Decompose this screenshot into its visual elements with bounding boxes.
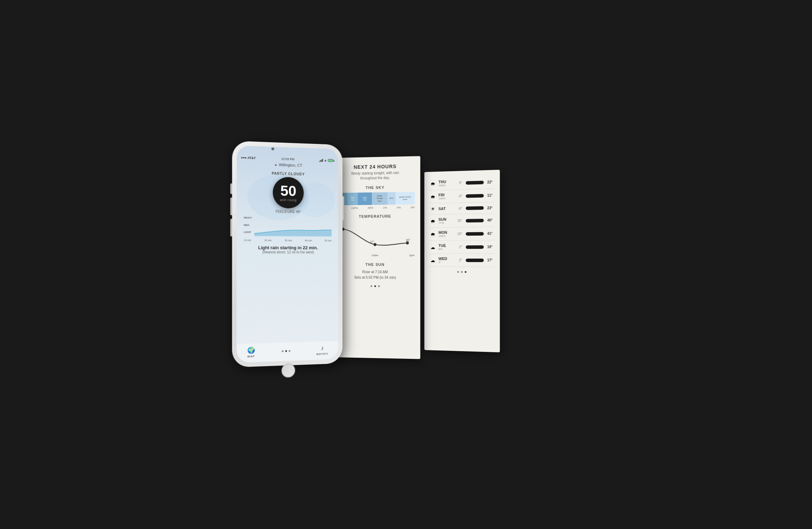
wed-day: WED [438,257,452,261]
panel3-dot-1[interactable] [457,271,459,273]
panel3-dot-3[interactable] [464,271,466,273]
wed-chance: 2° [438,261,452,264]
sun-section: THE SUN Rose at 7:16 AM Sets at 5:02 PM … [336,262,414,281]
temp-section-title: TEMPERATURE [336,214,414,219]
panel-weekly: 🌧 THU 100% 9° 22° 🌧 FRI 100% -4° 11° ☀ S… [424,170,500,353]
home-button-wrapper [236,359,338,382]
fri-high: 11° [487,193,495,198]
sun-bar [465,219,483,223]
nav-map[interactable]: 🌍 MAP [247,346,255,358]
sat-bar [465,206,483,210]
sun-low: 16° [454,219,462,223]
sky-8am: 8am [387,192,395,205]
wifi-icon: ▲ [324,158,327,162]
sun-weather-icon: 🌧 [429,218,436,224]
forecast-row-sun: 🌧 SUN 77% 16° 40° [429,214,495,228]
forecast-row-fri: 🌧 FRI 100% -4° 11° [429,189,495,203]
globe-icon: 🌍 [247,346,255,354]
svg-text:27°: 27° [370,240,374,244]
thu-bar [465,181,483,184]
location-label: Willington, CT [279,163,302,167]
forecast-row-sat: ☀ SAT -6° 23° [429,202,495,215]
side-button-vol-up[interactable] [230,198,232,215]
panel2-subtitle: Windy starting tonight, with rainthrough… [336,170,414,181]
panel2-dot-1[interactable] [370,285,372,287]
temp-label-2pm: 2pm [409,254,414,257]
forecast-row-tue: ☁ TUE 8% 2° 10° [429,240,495,254]
panel2-dot-2[interactable] [374,285,376,287]
weather-main: PARTLY CLOUDY 50 and rising FEELS LIKE 4… [236,167,338,217]
side-button-vol-down[interactable] [230,219,232,236]
sky-pct-6: 0% [410,206,414,209]
mon-low: 10° [454,232,462,236]
forecast-text: Light rain starting in 22 min. (Nearest … [236,241,338,255]
mon-day: MON [438,230,452,234]
sky-pct-2: 100% [351,207,358,210]
temperature-sub: and rising [280,198,297,202]
phone-wrapper: ●●● AT&T 12:03 PM ▲ [232,141,342,367]
temperature-circle: 50 and rising [273,177,304,209]
thu-day: THU [438,180,452,184]
sky-section-title: THE SKY [336,185,414,190]
wed-weather-icon: ☁ [429,258,436,263]
wed-low: 2° [454,258,462,262]
sun-rise: Rose at 7:16 AM [336,269,414,275]
panel3-dots [429,271,495,273]
home-button[interactable] [281,363,295,378]
sky-pct-3: 49% [367,206,373,209]
side-button-power[interactable] [342,196,344,220]
rain-graph-svg [254,216,331,237]
dot-2[interactable] [285,350,287,352]
thu-chance: 100% [438,184,452,187]
tue-high: 10° [487,245,495,249]
temp-label-10am: 10am [372,254,378,257]
rain-med-label: MED [244,224,252,226]
temp-labels-bottom: 5pm 10am 2pm [336,254,414,257]
tue-day: TUE [438,243,452,248]
wed-bar [465,258,483,262]
svg-text:30°: 30° [406,239,410,242]
sky-pct-4: 1% [383,206,387,209]
sun-day: SUN [438,217,452,221]
sat-low: -6° [454,206,462,210]
sun-set: Sets at 5:02 PM (in 34 min) [336,275,414,281]
temperature-number: 50 [280,183,296,198]
forecast-row-wed: ☁ WED 2° 2° 17° [429,254,495,267]
mon-chance: 100% [438,234,452,237]
status-right-icons: ▲ [319,158,334,162]
fri-low: -4° [454,194,462,198]
forecast-row-mon: 🌧 MON 100% 10° 41° [429,227,495,241]
dot-1[interactable] [281,350,283,352]
temperature-graph: 50° 27° 30° [336,221,414,252]
sky-partly-cloudy-noon: partly cloudynoon [395,192,414,205]
thu-low: 9° [454,181,462,185]
dot-3[interactable] [288,350,290,352]
sky-light-rain: lightrain [347,193,357,205]
nav-notify[interactable]: ♪ NOTIFY [316,344,328,356]
temperature-graph-svg: 50° 27° 30° [336,221,414,252]
notify-icon: ♪ [321,344,324,352]
sat-day: SAT [438,207,452,211]
rain-level-labels: HEAVY MED LIGHT [244,216,252,233]
side-button-mute[interactable] [230,183,232,194]
sun-section-title: THE SUN [336,262,414,267]
sky-bar: rain8pm lightrain rainmid partlycloudy4a… [336,192,414,205]
panel2-dots [336,285,414,287]
panel2-dot-3[interactable] [378,285,379,287]
sun-chance: 77% [438,221,452,224]
map-label: MAP [247,355,255,358]
rain-heavy-label: HEAVY [244,216,252,219]
rain-time-50: 50 min [324,240,331,242]
sky-rain-midnight: rainmid [358,192,372,205]
carrier-label: ●●● AT&T [241,156,256,160]
time-label: 12:03 PM [281,157,294,161]
tue-chance: 8% [438,248,452,251]
panel3-dot-2[interactable] [461,271,462,273]
tue-bar [465,245,483,249]
rain-time-40: 40 min [305,239,312,242]
feels-like-label: FEELS LIKE 48° [276,209,301,214]
rain-light-label: LIGHT [244,231,252,233]
fri-weather-icon: 🌧 [429,194,436,199]
rain-time-20: 20 min [264,239,271,242]
sky-partly-cloudy-4am: partlycloudy4am [372,192,387,205]
